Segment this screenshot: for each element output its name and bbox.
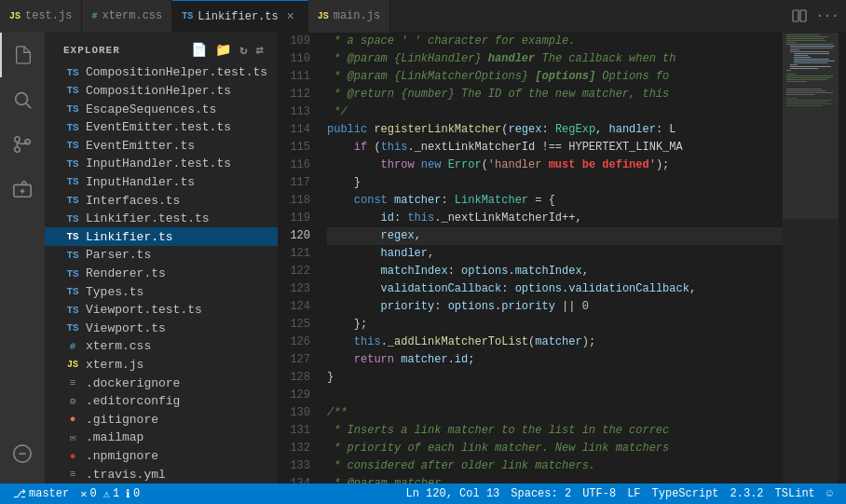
file-item-xterm-js[interactable]: JS xterm.js [45, 356, 278, 375]
code-line-133: * considered after older link matchers. [327, 457, 783, 475]
file-item-linkifier[interactable]: TS Linkifier.ts [45, 227, 278, 246]
file-item-eventemitter[interactable]: TS EventEmitter.ts [45, 136, 278, 155]
code-line-125: }; [327, 316, 783, 334]
tab-close-button[interactable]: × [283, 9, 298, 24]
svg-rect-0 [793, 10, 798, 21]
files-icon [13, 45, 34, 65]
svg-point-5 [15, 147, 20, 153]
code-line-121: handler, [327, 245, 783, 263]
npm-file-icon: ● [63, 451, 82, 462]
file-item-compositionhelper-test[interactable]: TS CompositionHelper.test.ts [45, 63, 278, 82]
eol[interactable]: LF [621, 487, 646, 500]
file-name: Viewport.test.ts [86, 303, 202, 317]
code-line-122: matchIndex: options.matchIndex, [327, 263, 783, 280]
refresh-icon[interactable]: ↻ [238, 40, 250, 60]
activity-source-control[interactable] [0, 122, 45, 167]
file-name: Interfaces.ts [86, 194, 180, 208]
file-name: Types.ts [86, 285, 143, 299]
encoding[interactable]: UTF-8 [577, 487, 621, 500]
error-icon: ✕ [80, 487, 87, 501]
file-item-linkifier-test[interactable]: TS Linkifier.test.ts [45, 210, 278, 228]
cursor-position[interactable]: Ln 120, Col 13 [400, 487, 505, 500]
activity-files[interactable] [0, 33, 45, 77]
ts-file-icon: TS [63, 195, 82, 206]
file-item-renderer[interactable]: TS Renderer.ts [45, 265, 278, 283]
sidebar-title: EXPLORER [63, 45, 120, 56]
tab-label: xterm.css [102, 9, 162, 22]
file-item-editorconfig[interactable]: ⚙ .editorconfig [45, 392, 278, 411]
code-line-114: public registerLinkMatcher(regex: RegExp… [327, 121, 783, 139]
tab-linkifier-ts[interactable]: TS Linkifier.ts × [172, 0, 307, 33]
tab-xterm-css[interactable]: # xterm.css [82, 0, 172, 33]
activity-debug[interactable] [0, 431, 45, 476]
status-bar: ⎇ master ✕ 0 ⚠ 1 ℹ 0 Ln 120, Col 13 Spac… [0, 484, 846, 504]
ts-file-icon: TS [63, 286, 82, 297]
tab-test-js[interactable]: JS test.js [0, 0, 82, 33]
collapse-icon[interactable]: ⇄ [254, 40, 266, 60]
file-item-npmignore[interactable]: ● .npmignore [45, 447, 278, 466]
file-item-xterm-css[interactable]: # xterm.css [45, 337, 278, 356]
svg-point-2 [16, 93, 28, 105]
file-item-mailmap[interactable]: ✉ .mailmap [45, 429, 278, 447]
file-name: EventEmitter.ts [86, 139, 195, 153]
ts-version[interactable]: 2.3.2 [725, 487, 770, 500]
tab-ts-icon: TS [182, 11, 193, 21]
code-line-116: throw new Error('handler must be defined… [327, 157, 783, 174]
code-line-128: } [327, 369, 783, 387]
activity-search[interactable] [0, 77, 45, 122]
code-line-110: * @param {LinkHandler} handler The callb… [327, 50, 783, 68]
file-name: .npmignore [86, 449, 158, 463]
file-item-dockerignore[interactable]: ≡ .dockerignore [45, 374, 278, 392]
status-right: Ln 120, Col 13 Spaces: 2 UTF-8 LF TypeSc… [400, 487, 839, 500]
spaces-text: Spaces: 2 [511, 487, 571, 500]
file-name: .editorconfig [86, 394, 180, 408]
file-name: InputHandler.test.ts [86, 157, 231, 170]
search-icon [12, 89, 33, 110]
activity-bar [0, 33, 45, 484]
file-item-interfaces[interactable]: TS Interfaces.ts [45, 191, 278, 210]
svg-point-4 [15, 137, 20, 143]
file-item-compositionhelper[interactable]: TS CompositionHelper.ts [45, 82, 278, 101]
file-item-viewport-test[interactable]: TS Viewport.test.ts [45, 301, 278, 320]
indentation[interactable]: Spaces: 2 [505, 487, 577, 500]
file-item-viewport[interactable]: TS Viewport.ts [45, 320, 278, 338]
editor-content: 109 110 111 112 113 114 115 116 117 118 … [278, 33, 846, 484]
more-actions-button[interactable]: ··· [816, 5, 839, 27]
errors-warnings[interactable]: ✕ 0 ⚠ 1 ℹ 0 [75, 484, 145, 504]
file-name: InputHandler.ts [86, 175, 195, 189]
file-item-inputhandler[interactable]: TS InputHandler.ts [45, 173, 278, 192]
language-mode[interactable]: TypeScript [647, 487, 725, 500]
file-item-parser[interactable]: TS Parser.ts [45, 246, 278, 265]
error-count: 0 [89, 487, 96, 500]
linter[interactable]: TSLint [770, 487, 821, 500]
activity-extensions[interactable] [0, 167, 45, 211]
line-numbers: 109 110 111 112 113 114 115 116 117 118 … [278, 33, 320, 484]
code-editor[interactable]: * a space ' ' character for example. * @… [320, 33, 783, 484]
code-line-123: validationCallback: options.validationCa… [327, 280, 783, 298]
tab-label: Linkifier.ts [198, 10, 278, 23]
editor-actions: ··· [788, 5, 846, 27]
feedback-button[interactable]: ☺ [821, 487, 839, 500]
file-name: xterm.css [86, 339, 151, 353]
new-file-icon[interactable]: 📄 [189, 40, 210, 60]
file-item-types[interactable]: TS Types.ts [45, 282, 278, 301]
split-editor-button[interactable] [788, 5, 811, 27]
code-line-118: const matcher: LinkMatcher = { [327, 192, 783, 210]
ts-file-icon: TS [63, 250, 82, 261]
git-branch[interactable]: ⎇ master [7, 484, 75, 504]
file-item-eventemitter-test[interactable]: TS EventEmitter.test.ts [45, 118, 278, 137]
scrollbar[interactable] [839, 33, 846, 484]
ts-file-icon: TS [63, 322, 82, 334]
file-item-travis[interactable]: ≡ .travis.yml [45, 465, 278, 484]
file-item-gitignore[interactable]: ● .gitignore [45, 411, 278, 429]
source-control-icon [12, 134, 33, 155]
sidebar-header: EXPLORER 📄 📁 ↻ ⇄ [45, 33, 278, 63]
language-text: TypeScript [652, 487, 719, 500]
code-line-112: * @return {number} The ID of the new mat… [327, 86, 783, 103]
file-name: Renderer.ts [86, 266, 166, 280]
file-item-escapesequences[interactable]: TS EscapeSequences.ts [45, 100, 278, 118]
tab-main-js[interactable]: JS main.js [308, 0, 390, 33]
new-folder-icon[interactable]: 📁 [213, 40, 234, 60]
file-item-inputhandler-test[interactable]: TS InputHandler.test.ts [45, 155, 278, 173]
file-name: .mailmap [86, 430, 143, 444]
